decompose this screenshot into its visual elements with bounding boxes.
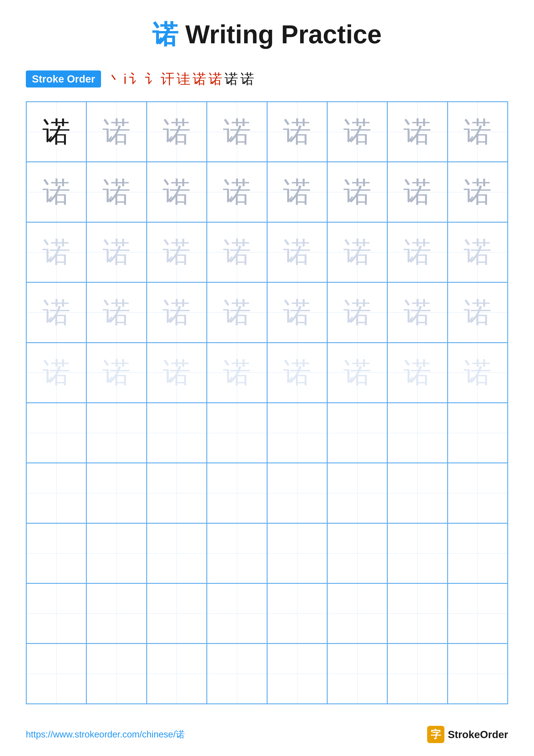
- grid-cell-3-3[interactable]: 诺: [207, 282, 267, 342]
- grid-cell-7-7[interactable]: [447, 523, 508, 583]
- practice-char: 诺: [223, 118, 251, 146]
- grid-cell-9-0[interactable]: [26, 643, 87, 704]
- grid-cell-6-4[interactable]: [267, 463, 327, 523]
- grid-cell-6-7[interactable]: [447, 463, 508, 523]
- grid-cell-5-0[interactable]: [26, 403, 87, 463]
- grid-row-4[interactable]: 诺诺诺诺诺诺诺诺: [26, 343, 508, 403]
- grid-cell-7-5[interactable]: [327, 523, 387, 583]
- grid-row-8[interactable]: [26, 583, 508, 643]
- grid-cell-4-4[interactable]: 诺: [267, 343, 327, 403]
- grid-cell-9-6[interactable]: [387, 643, 447, 704]
- grid-cell-9-7[interactable]: [447, 643, 508, 704]
- grid-cell-6-3[interactable]: [207, 463, 267, 523]
- grid-cell-0-2[interactable]: 诺: [147, 102, 207, 162]
- grid-row-3[interactable]: 诺诺诺诺诺诺诺诺: [26, 282, 508, 342]
- grid-cell-5-4[interactable]: [267, 403, 327, 463]
- grid-cell-7-2[interactable]: [147, 523, 207, 583]
- grid-row-6[interactable]: [26, 463, 508, 523]
- grid-cell-5-5[interactable]: [327, 403, 387, 463]
- stroke-10: 诺: [241, 69, 254, 88]
- grid-cell-2-0[interactable]: 诺: [26, 222, 87, 282]
- grid-cell-2-5[interactable]: 诺: [327, 222, 387, 282]
- grid-cell-3-5[interactable]: 诺: [327, 282, 387, 342]
- practice-char: 诺: [223, 359, 251, 387]
- grid-cell-3-7[interactable]: 诺: [447, 282, 508, 342]
- grid-cell-6-2[interactable]: [147, 463, 207, 523]
- grid-cell-8-0[interactable]: [26, 583, 87, 643]
- grid-cell-1-7[interactable]: 诺: [447, 162, 508, 222]
- grid-cell-1-2[interactable]: 诺: [147, 162, 207, 222]
- grid-cell-7-3[interactable]: [207, 523, 267, 583]
- grid-cell-8-2[interactable]: [147, 583, 207, 643]
- grid-cell-0-3[interactable]: 诺: [207, 102, 267, 162]
- grid-row-1[interactable]: 诺诺诺诺诺诺诺诺: [26, 162, 508, 222]
- stroke-order-section: Stroke Order 丶 i 讠 讠 讦 诖 诺 诺 诺 诺: [0, 65, 534, 93]
- grid-cell-9-1[interactable]: [87, 643, 146, 704]
- grid-cell-6-6[interactable]: [387, 463, 447, 523]
- grid-cell-8-4[interactable]: [267, 583, 327, 643]
- grid-cell-5-3[interactable]: [207, 403, 267, 463]
- grid-cell-4-1[interactable]: 诺: [87, 343, 146, 403]
- grid-cell-2-2[interactable]: 诺: [147, 222, 207, 282]
- grid-cell-5-2[interactable]: [147, 403, 207, 463]
- grid-cell-1-5[interactable]: 诺: [327, 162, 387, 222]
- grid-cell-7-1[interactable]: [87, 523, 146, 583]
- grid-cell-4-0[interactable]: 诺: [26, 343, 87, 403]
- grid-cell-4-5[interactable]: 诺: [327, 343, 387, 403]
- grid-row-2[interactable]: 诺诺诺诺诺诺诺诺: [26, 222, 508, 282]
- grid-row-5[interactable]: [26, 403, 508, 463]
- practice-grid[interactable]: 诺诺诺诺诺诺诺诺诺诺诺诺诺诺诺诺诺诺诺诺诺诺诺诺诺诺诺诺诺诺诺诺诺诺诺诺诺诺诺诺: [26, 101, 508, 704]
- grid-cell-2-4[interactable]: 诺: [267, 222, 327, 282]
- stroke-order-badge[interactable]: Stroke Order: [26, 70, 101, 88]
- grid-cell-2-3[interactable]: 诺: [207, 222, 267, 282]
- grid-cell-8-6[interactable]: [387, 583, 447, 643]
- grid-cell-2-6[interactable]: 诺: [387, 222, 447, 282]
- grid-cell-4-7[interactable]: 诺: [447, 343, 508, 403]
- practice-char: 诺: [42, 178, 70, 206]
- grid-cell-8-7[interactable]: [447, 583, 508, 643]
- grid-cell-7-6[interactable]: [387, 523, 447, 583]
- grid-cell-0-5[interactable]: 诺: [327, 102, 387, 162]
- grid-cell-8-5[interactable]: [327, 583, 387, 643]
- grid-cell-3-6[interactable]: 诺: [387, 282, 447, 342]
- grid-cell-4-6[interactable]: 诺: [387, 343, 447, 403]
- grid-cell-6-1[interactable]: [87, 463, 146, 523]
- grid-cell-0-4[interactable]: 诺: [267, 102, 327, 162]
- grid-cell-9-5[interactable]: [327, 643, 387, 704]
- grid-cell-5-6[interactable]: [387, 403, 447, 463]
- grid-cell-1-4[interactable]: 诺: [267, 162, 327, 222]
- grid-cell-5-1[interactable]: [87, 403, 146, 463]
- grid-cell-4-3[interactable]: 诺: [207, 343, 267, 403]
- grid-cell-1-3[interactable]: 诺: [207, 162, 267, 222]
- stroke-8: 诺: [209, 69, 222, 88]
- grid-cell-8-1[interactable]: [87, 583, 146, 643]
- grid-cell-0-0[interactable]: 诺: [26, 102, 87, 162]
- grid-cell-2-1[interactable]: 诺: [87, 222, 146, 282]
- grid-cell-7-0[interactable]: [26, 523, 87, 583]
- grid-row-7[interactable]: [26, 523, 508, 583]
- grid-cell-1-1[interactable]: 诺: [87, 162, 146, 222]
- grid-cell-7-4[interactable]: [267, 523, 327, 583]
- grid-cell-9-2[interactable]: [147, 643, 207, 704]
- grid-cell-1-0[interactable]: 诺: [26, 162, 87, 222]
- grid-row-0[interactable]: 诺诺诺诺诺诺诺诺: [26, 102, 508, 162]
- grid-cell-2-7[interactable]: 诺: [447, 222, 508, 282]
- grid-cell-8-3[interactable]: [207, 583, 267, 643]
- grid-cell-3-4[interactable]: 诺: [267, 282, 327, 342]
- grid-cell-0-7[interactable]: 诺: [447, 102, 508, 162]
- page-title: 诺 Writing Practice: [0, 0, 534, 65]
- footer-url[interactable]: https://www.strokeorder.com/chinese/诺: [26, 728, 185, 741]
- grid-cell-3-0[interactable]: 诺: [26, 282, 87, 342]
- grid-cell-0-1[interactable]: 诺: [87, 102, 146, 162]
- grid-cell-4-2[interactable]: 诺: [147, 343, 207, 403]
- grid-cell-6-0[interactable]: [26, 463, 87, 523]
- grid-cell-9-3[interactable]: [207, 643, 267, 704]
- grid-row-9[interactable]: [26, 643, 508, 704]
- grid-cell-9-4[interactable]: [267, 643, 327, 704]
- grid-cell-1-6[interactable]: 诺: [387, 162, 447, 222]
- grid-cell-6-5[interactable]: [327, 463, 387, 523]
- grid-cell-0-6[interactable]: 诺: [387, 102, 447, 162]
- grid-cell-3-1[interactable]: 诺: [87, 282, 146, 342]
- grid-cell-3-2[interactable]: 诺: [147, 282, 207, 342]
- grid-cell-5-7[interactable]: [447, 403, 508, 463]
